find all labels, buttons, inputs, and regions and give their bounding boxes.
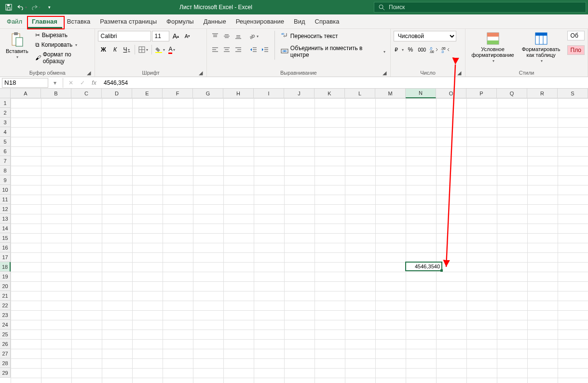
column-header[interactable]: Q: [497, 89, 527, 98]
font-color-button[interactable]: А: [166, 44, 177, 55]
tab-insert[interactable]: Вставка: [62, 15, 95, 28]
column-header[interactable]: J: [284, 89, 315, 98]
grid-body[interactable]: 4546,3540: [11, 98, 588, 383]
comma-format-icon[interactable]: 000: [417, 44, 427, 55]
fx-icon[interactable]: fx: [88, 78, 100, 88]
row-header[interactable]: 21: [0, 291, 11, 301]
row-header[interactable]: 2: [0, 108, 11, 118]
row-header[interactable]: 8: [0, 166, 11, 175]
align-middle-icon[interactable]: [221, 31, 232, 41]
wrap-text-button[interactable]: abПереносить текст: [279, 31, 387, 41]
column-header[interactable]: D: [102, 89, 132, 98]
row-header[interactable]: 17: [0, 252, 11, 262]
conditional-formatting-button[interactable]: Условное форматирование: [468, 31, 517, 64]
search-input[interactable]: Поиск: [374, 2, 586, 13]
column-header[interactable]: P: [466, 89, 497, 98]
copy-button[interactable]: ⧉Копировать: [33, 40, 92, 49]
select-all-corner[interactable]: [0, 89, 11, 98]
row-header[interactable]: 13: [0, 214, 11, 224]
column-header[interactable]: F: [163, 89, 193, 98]
column-header[interactable]: L: [345, 89, 375, 98]
align-center-icon[interactable]: [221, 44, 232, 55]
name-box[interactable]: [2, 78, 48, 88]
style-bad[interactable]: Пло: [567, 45, 585, 55]
font-size-select[interactable]: [152, 31, 169, 41]
tab-home[interactable]: Главная: [27, 15, 62, 28]
column-header[interactable]: S: [558, 89, 588, 98]
tab-view[interactable]: Вид: [289, 15, 310, 28]
column-header[interactable]: G: [193, 89, 223, 98]
font-launcher-icon[interactable]: ◢: [198, 70, 204, 76]
row-header[interactable]: 14: [0, 224, 11, 233]
decrease-decimal-icon[interactable]: ,00,0: [440, 44, 451, 55]
save-icon[interactable]: [3, 1, 14, 13]
tab-review[interactable]: Рецензирование: [231, 15, 289, 28]
tab-file[interactable]: Файл: [2, 15, 27, 28]
orientation-icon[interactable]: ab: [248, 31, 259, 41]
underline-button[interactable]: Ч: [121, 44, 132, 55]
borders-button[interactable]: [138, 44, 149, 55]
column-header[interactable]: N: [406, 89, 436, 98]
redo-icon[interactable]: [30, 1, 41, 13]
increase-indent-icon[interactable]: [260, 44, 271, 55]
row-header[interactable]: 7: [0, 156, 11, 166]
row-header[interactable]: 24: [0, 320, 11, 330]
clipboard-launcher-icon[interactable]: ◢: [86, 70, 92, 76]
tab-data[interactable]: Данные: [199, 15, 231, 28]
row-header[interactable]: 11: [0, 195, 11, 204]
format-as-table-button[interactable]: Форматировать как таблицу: [519, 31, 563, 64]
row-header[interactable]: 12: [0, 204, 11, 214]
column-header[interactable]: A: [11, 89, 41, 98]
accounting-format-icon[interactable]: ₽: [394, 44, 404, 55]
row-header[interactable]: 16: [0, 243, 11, 252]
selected-cell[interactable]: 4546,3540: [405, 262, 442, 271]
tab-formulas[interactable]: Формулы: [162, 15, 199, 28]
column-header[interactable]: R: [527, 89, 558, 98]
row-header[interactable]: 18: [0, 262, 11, 272]
row-header[interactable]: 23: [0, 310, 11, 320]
column-header[interactable]: O: [436, 89, 466, 98]
decrease-indent-icon[interactable]: [248, 44, 259, 55]
column-header[interactable]: H: [223, 89, 254, 98]
column-header[interactable]: K: [315, 89, 345, 98]
row-header[interactable]: 19: [0, 272, 11, 281]
merge-center-button[interactable]: Объединить и поместить в центре: [279, 44, 387, 59]
column-header[interactable]: E: [132, 89, 163, 98]
percent-format-icon[interactable]: %: [405, 44, 416, 55]
number-launcher-icon[interactable]: ◢: [456, 70, 462, 76]
row-header[interactable]: 15: [0, 233, 11, 243]
column-header[interactable]: I: [254, 89, 284, 98]
row-header[interactable]: 20: [0, 281, 11, 291]
alignment-launcher-icon[interactable]: ◢: [382, 70, 387, 76]
tab-layout[interactable]: Разметка страницы: [95, 15, 162, 28]
row-header[interactable]: 26: [0, 339, 11, 349]
row-header[interactable]: 6: [0, 146, 11, 156]
row-header[interactable]: 3: [0, 118, 11, 127]
row-header[interactable]: 25: [0, 330, 11, 339]
increase-font-icon[interactable]: A▴: [170, 31, 181, 41]
font-name-select[interactable]: [98, 31, 151, 41]
bold-button[interactable]: Ж: [98, 44, 109, 55]
undo-icon[interactable]: [16, 1, 28, 13]
customize-qat-icon[interactable]: ▾: [43, 1, 55, 13]
row-header[interactable]: 28: [0, 358, 11, 368]
row-header[interactable]: 29: [0, 368, 11, 378]
paste-button[interactable]: Вставить: [3, 31, 31, 60]
row-header[interactable]: 5: [0, 137, 11, 146]
confirm-edit-icon[interactable]: ✓: [77, 78, 88, 88]
fill-color-button[interactable]: [155, 44, 165, 55]
column-header[interactable]: B: [41, 89, 71, 98]
row-header[interactable]: 1: [0, 98, 11, 108]
cancel-edit-icon[interactable]: ✕: [65, 78, 77, 88]
align-top-icon[interactable]: [210, 31, 220, 41]
row-header[interactable]: 4: [0, 127, 11, 137]
formula-input[interactable]: 4546,354: [100, 79, 588, 86]
row-header[interactable]: 9: [0, 175, 11, 185]
row-header[interactable]: 22: [0, 301, 11, 310]
align-left-icon[interactable]: [210, 44, 220, 55]
style-normal[interactable]: Об: [567, 31, 585, 40]
increase-decimal-icon[interactable]: ,0,00: [428, 44, 439, 55]
number-format-select[interactable]: Числовой: [394, 31, 456, 41]
row-header[interactable]: 10: [0, 185, 11, 195]
italic-button[interactable]: К: [109, 44, 120, 55]
